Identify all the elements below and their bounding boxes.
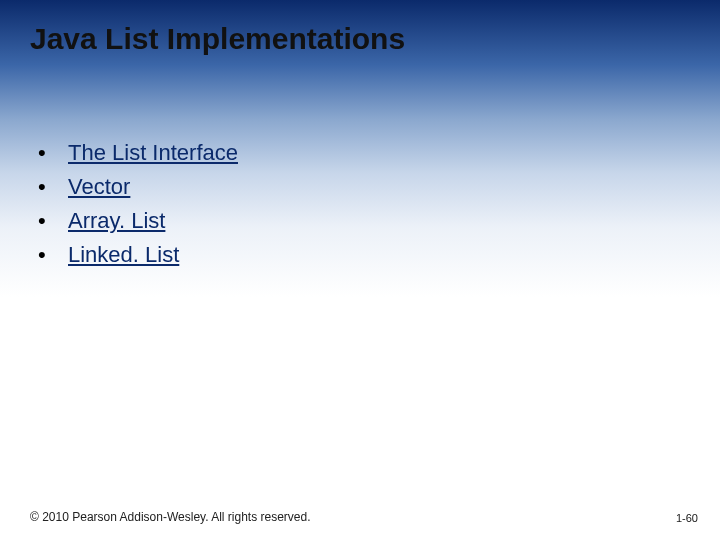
slide-body: • The List Interface • Vector • Array. L…: [38, 140, 238, 276]
list-item: • Vector: [38, 174, 238, 200]
list-item: • Array. List: [38, 208, 238, 234]
bullet-icon: •: [38, 174, 68, 200]
bullet-icon: •: [38, 242, 68, 268]
bullet-icon: •: [38, 208, 68, 234]
footer-copyright: © 2010 Pearson Addison-Wesley. All right…: [30, 510, 311, 524]
list-item: • The List Interface: [38, 140, 238, 166]
link-vector[interactable]: Vector: [68, 174, 130, 200]
link-list-interface[interactable]: The List Interface: [68, 140, 238, 166]
link-linkedlist[interactable]: Linked. List: [68, 242, 179, 268]
footer-page-number: 1-60: [676, 512, 698, 524]
slide: Java List Implementations • The List Int…: [0, 0, 720, 540]
list-item: • Linked. List: [38, 242, 238, 268]
bullet-icon: •: [38, 140, 68, 166]
link-arraylist[interactable]: Array. List: [68, 208, 165, 234]
slide-title: Java List Implementations: [30, 22, 405, 56]
